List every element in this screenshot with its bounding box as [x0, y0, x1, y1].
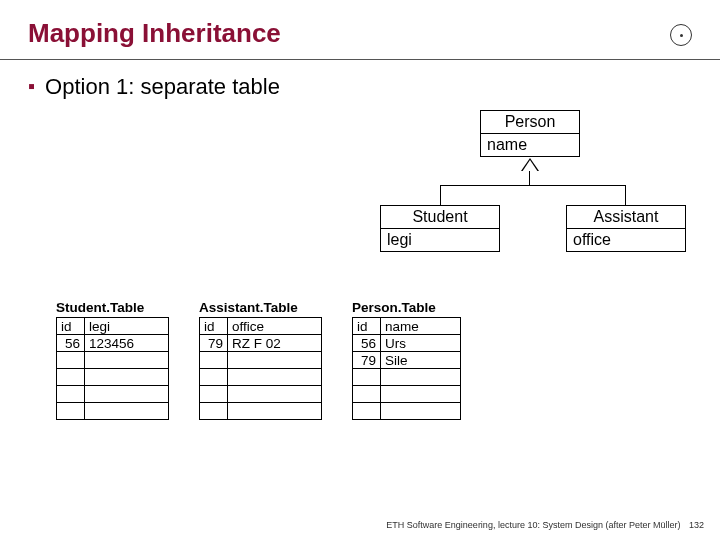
table-row [200, 403, 322, 420]
uml-class-assistant: Assistant office [566, 205, 686, 252]
table-row [57, 386, 169, 403]
table-row [353, 386, 461, 403]
table-row: 79Sile [353, 352, 461, 369]
table-header: office [228, 318, 322, 335]
table-row: 56123456 [57, 335, 169, 352]
table-header: id [353, 318, 381, 335]
student-table-grid: idlegi56123456 [56, 317, 169, 420]
footer-text: ETH Software Engineering, lecture 10: Sy… [386, 520, 680, 530]
slide-logo-icon [670, 24, 692, 46]
uml-connector [440, 185, 626, 186]
db-tables: Student.Table idlegi56123456 Assistant.T… [56, 300, 690, 420]
slide-footer: ETH Software Engineering, lecture 10: Sy… [386, 520, 704, 530]
uml-student-name: Student [381, 206, 499, 229]
assistant-table-title: Assistant.Table [199, 300, 322, 315]
uml-class-student: Student legi [380, 205, 500, 252]
table-header: id [200, 318, 228, 335]
table-row [200, 386, 322, 403]
uml-person-attr: name [481, 134, 579, 156]
uml-assistant-name: Assistant [567, 206, 685, 229]
uml-student-attr: legi [381, 229, 499, 251]
table-row [353, 369, 461, 386]
uml-class-person: Person name [480, 110, 580, 157]
assistant-table-grid: idoffice79RZ F 02 [199, 317, 322, 420]
bullet-option1: ▪ Option 1: separate table [0, 74, 720, 100]
table-row: 79RZ F 02 [200, 335, 322, 352]
uml-connector [440, 185, 441, 205]
table-header: legi [85, 318, 169, 335]
uml-connector [625, 185, 626, 205]
bullet-text: Option 1: separate table [45, 74, 280, 100]
assistant-table: Assistant.Table idoffice79RZ F 02 [199, 300, 322, 420]
bullet-marker-icon: ▪ [28, 74, 35, 98]
footer-page: 132 [689, 520, 704, 530]
student-table: Student.Table idlegi56123456 [56, 300, 169, 420]
uml-person-name: Person [481, 111, 579, 134]
table-row [57, 403, 169, 420]
uml-connector [529, 171, 530, 185]
person-table-title: Person.Table [352, 300, 461, 315]
table-row [57, 369, 169, 386]
table-header: id [57, 318, 85, 335]
student-table-title: Student.Table [56, 300, 169, 315]
table-header: name [381, 318, 461, 335]
person-table-grid: idname56Urs79Sile [352, 317, 461, 420]
person-table: Person.Table idname56Urs79Sile [352, 300, 461, 420]
table-row [57, 352, 169, 369]
table-row [353, 403, 461, 420]
table-row [200, 352, 322, 369]
slide-title: Mapping Inheritance [0, 0, 720, 60]
uml-diagram: Person name Student legi Assistant offic… [380, 110, 700, 270]
uml-assistant-attr: office [567, 229, 685, 251]
table-row [200, 369, 322, 386]
table-row: 56Urs [353, 335, 461, 352]
